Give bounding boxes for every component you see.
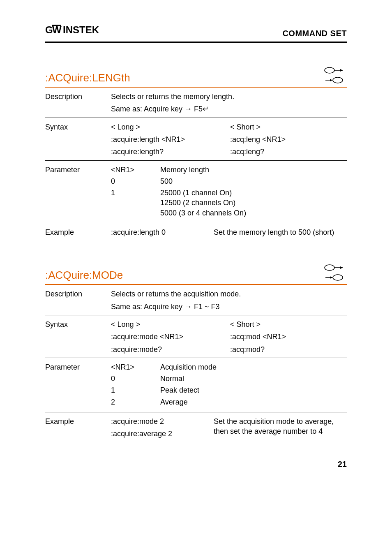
command-block: :ACQuire:LENGth Description Selects or r… [45,65,347,240]
param-desc: 25000 (1 channel On) 12500 (2 channels O… [160,188,347,218]
svg-text:G: G [45,25,53,35]
set-query-icon [322,263,347,282]
syntax-short-query: :acq:mod? [230,345,347,354]
row-label-parameter: Parameter [45,165,111,220]
param-val: 1 [111,385,160,395]
page-header: G W INSTEK COMMAND SET [45,25,347,43]
svg-marker-6 [340,69,343,72]
row-label-description: Description [45,289,111,312]
description-body: Selects or returns the memory length. Sa… [111,92,347,114]
svg-rect-2 [52,25,61,26]
param-desc: Peak detect [160,385,347,395]
row-label-example: Example [45,416,111,439]
param-header-desc: Memory length [160,165,347,175]
row-label-example: Example [45,227,111,237]
description-text: Selects or returns the memory length. [111,92,347,102]
syntax-short-header: < Short > [230,319,347,329]
row-label-parameter: Parameter [45,362,111,409]
row-label-syntax: Syntax [45,319,111,354]
description-same-as: Same as: Acquire key → F1 ~ F3 [111,302,347,312]
svg-marker-12 [340,266,343,269]
command-block: :ACQuire:MODe Description Selects or ret… [45,263,347,442]
brand-logo: G W INSTEK [45,25,103,39]
example-result: Set the memory length to 500 (short) [214,227,347,237]
syntax-long-set: :acquire:length <NR1> [111,134,230,144]
example-cmd: :acquire:length 0 [111,227,214,237]
param-val: 0 [111,176,160,186]
example-cmd: :acquire:average 2 [111,429,214,439]
svg-point-15 [333,275,343,280]
syntax-long-query: :acquire:mode? [111,345,230,354]
param-header-val: <NR1> [111,362,160,372]
example-cmd: :acquire:mode 2 [111,416,214,426]
param-val: 2 [111,397,160,407]
command-title: :ACQuire:MODe [45,268,123,282]
syntax-short-query: :acq:leng? [230,147,347,157]
row-label-description: Description [45,92,111,114]
param-header-desc: Acquisition mode [160,362,347,372]
syntax-long-header: < Long > [111,319,230,329]
param-desc: 500 [160,176,347,186]
svg-marker-14 [330,276,332,279]
svg-point-10 [325,265,334,271]
param-val: 0 [111,374,160,384]
description-same-as: Same as: Acquire key → F5↵ [111,104,347,114]
svg-point-4 [325,67,334,73]
set-query-icon [322,65,347,85]
svg-text:INSTEK: INSTEK [63,25,99,35]
param-desc: Average [160,397,347,407]
param-val: 1 [111,188,160,218]
row-label-syntax: Syntax [45,122,111,157]
command-title: :ACQuire:LENGth [45,71,130,85]
syntax-short-set: :acq:leng <NR1> [230,134,347,144]
example-result: Set the acquisition mode to average, the… [214,416,347,439]
param-desc: Normal [160,374,347,384]
syntax-short-header: < Short > [230,122,347,132]
svg-point-9 [333,77,343,83]
description-text: Selects or returns the acquisition mode. [111,289,347,299]
syntax-long-set: :acquire:mode <NR1> [111,332,230,342]
svg-marker-8 [330,79,332,81]
param-header-val: <NR1> [111,165,160,175]
description-body: Selects or returns the acquisition mode.… [111,289,347,312]
syntax-short-set: :acq:mod <NR1> [230,332,347,342]
section-title: COMMAND SET [282,28,347,39]
page-number: 21 [45,459,347,470]
syntax-long-query: :acquire:length? [111,147,230,157]
syntax-long-header: < Long > [111,122,230,132]
